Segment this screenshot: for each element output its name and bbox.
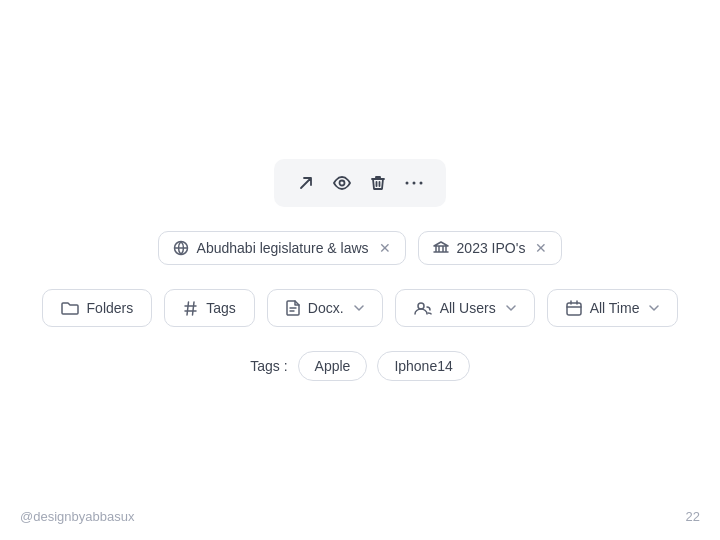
filter-chip-bank: 2023 IPO's ✕ [418,231,563,265]
all-time-button[interactable]: All Time [547,289,679,327]
folders-button[interactable]: Folders [42,289,153,327]
users-chevron-icon [506,305,516,311]
tags-button[interactable]: Tags [164,289,255,327]
main-container: Abudhabi legislature & laws ✕ 2023 IPO's… [0,159,720,381]
tags-label: Tags [206,300,236,316]
all-users-button[interactable]: All Users [395,289,535,327]
filter-chip-globe: Abudhabi legislature & laws ✕ [158,231,406,265]
delete-button[interactable] [362,167,394,199]
tag-iphone14[interactable]: Iphone14 [377,351,469,381]
hash-icon [183,301,198,316]
calendar-icon [566,300,582,316]
chip-bank-close[interactable]: ✕ [535,240,547,256]
docx-label: Docx. [308,300,344,316]
svg-rect-6 [567,303,581,315]
svg-point-2 [413,182,416,185]
footer: @designbyabbasux 22 [0,509,720,524]
docx-button[interactable]: Docx. [267,289,383,327]
filter-buttons-row: Folders Tags Docx. [42,289,679,327]
time-chevron-icon [649,305,659,311]
folders-label: Folders [87,300,134,316]
docx-chevron-icon [354,305,364,311]
all-time-label: All Time [590,300,640,316]
svg-point-1 [406,182,409,185]
filter-chips-row: Abudhabi legislature & laws ✕ 2023 IPO's… [158,231,563,265]
chip-bank-label: 2023 IPO's [457,240,526,256]
footer-page: 22 [686,509,700,524]
tags-section: Tags : Apple Iphone14 [250,351,470,381]
chip-globe-label: Abudhabi legislature & laws [197,240,369,256]
svg-point-0 [340,181,345,186]
chip-globe-close[interactable]: ✕ [379,240,391,256]
more-options-button[interactable] [398,167,430,199]
all-users-label: All Users [440,300,496,316]
users-icon [414,301,432,315]
globe-icon [173,240,189,256]
footer-credit: @designbyabbasux [20,509,134,524]
preview-button[interactable] [326,167,358,199]
bank-icon [433,240,449,256]
folder-icon [61,301,79,316]
tag-apple[interactable]: Apple [298,351,368,381]
doc-icon [286,300,300,316]
toolbar [274,159,446,207]
open-button[interactable] [290,167,322,199]
svg-point-3 [420,182,423,185]
svg-point-5 [418,303,424,309]
tags-section-label: Tags : [250,358,287,374]
